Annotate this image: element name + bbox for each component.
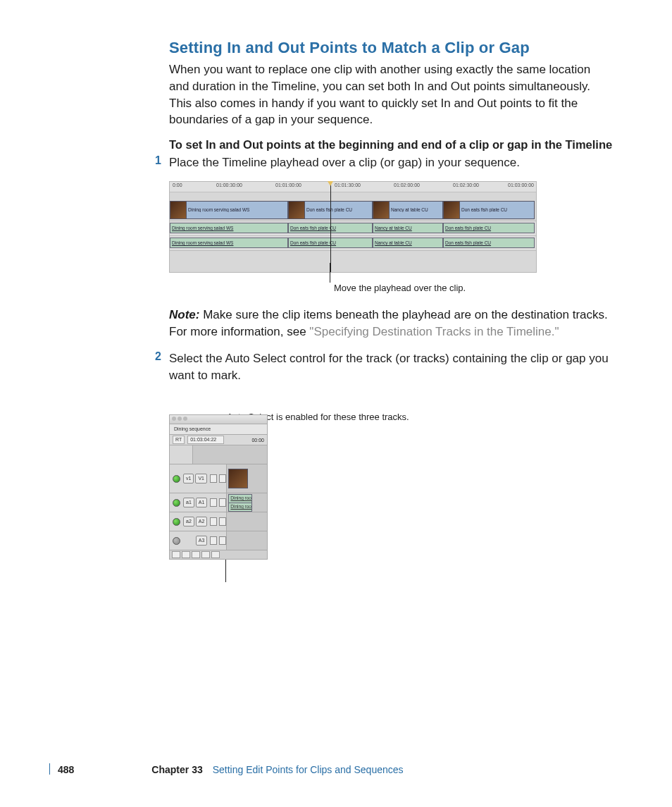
step-1: 1 Place the Timeline playhead over a cli… — [169, 154, 613, 171]
audio-track: Dining room serving salad WS Don eats fi… — [170, 236, 536, 251]
track-row-v1: v1 V1 — [170, 464, 267, 493]
clip-label: Nancy at table CU — [390, 207, 428, 212]
ruler-tick: 0:00 — [173, 183, 182, 187]
chapter-label: Chapter 33 — [151, 764, 202, 775]
step-number: 2 — [155, 350, 161, 363]
cross-reference-link[interactable]: "Specifying Destination Tracks in the Ti… — [309, 325, 559, 338]
note-label: Note: — [169, 308, 199, 321]
lock-icon[interactable] — [210, 498, 217, 507]
video-clip: Don eats fish plate CU — [443, 201, 535, 219]
clip-thumbnail — [444, 202, 460, 218]
audio-clip: Dining room serving salad WS — [170, 238, 288, 248]
timeline-ruler: 0:00 01:00:30:00 01:01:00:00 01:01:30:00… — [170, 182, 536, 192]
dest-track-button[interactable]: A2 — [196, 517, 208, 526]
chapter-title: Setting Edit Points for Clips and Sequen… — [213, 764, 404, 775]
audio-clip: Dining roo — [228, 503, 252, 512]
source-track-button[interactable]: a2 — [183, 517, 194, 526]
tool-icon[interactable] — [172, 551, 180, 558]
dest-track-button[interactable]: A1 — [196, 498, 208, 507]
auto-select-toggle[interactable] — [173, 475, 180, 483]
step-text: Place the Timeline playhead over a clip … — [169, 156, 520, 169]
track-row-a2: a2 A2 — [170, 512, 267, 531]
ruler-tick: 01:01:00:00 — [275, 183, 301, 187]
section-heading: Setting In and Out Points to Match a Cli… — [169, 39, 613, 57]
page-footer: 488 Chapter 33 Setting Edit Points for C… — [58, 764, 404, 775]
video-clip: Nancy at table CU — [373, 201, 443, 219]
track-row-a3: a3 A3 — [170, 531, 267, 550]
clip-thumbnail — [170, 202, 187, 218]
auto-select-toggle[interactable] — [173, 518, 180, 526]
playhead — [330, 182, 331, 272]
timeline-toolbar — [170, 550, 267, 559]
audio-clip: Don eats fish plate CU — [443, 238, 535, 248]
audio-clip: Dining room serving salad WS — [170, 223, 288, 233]
auto-select-toggle[interactable] — [173, 537, 180, 545]
clip-label: Don eats fish plate CU — [460, 207, 507, 212]
tool-icon[interactable] — [211, 551, 220, 558]
tool-icon[interactable] — [201, 551, 210, 558]
intro-paragraph: When you want to replace one clip with a… — [169, 61, 613, 128]
rt-indicator: RT — [173, 436, 185, 444]
track-panel-figure: Auto Select is enabled for these three t… — [169, 414, 613, 560]
source-track-button[interactable]: v1 — [183, 474, 194, 483]
audio-clip: Nancy at table CU — [373, 238, 443, 248]
note-paragraph: Note: Make sure the clip items beneath t… — [169, 307, 613, 340]
ruler-tick: 01:02:00:00 — [394, 183, 420, 187]
track-lock-icons — [210, 498, 226, 507]
track-lock-icons — [210, 517, 226, 526]
lock-icon[interactable] — [210, 517, 217, 526]
clip-label: Don eats fish plate CU — [305, 207, 352, 212]
clip-thumbnail — [289, 202, 305, 218]
clip-thumbnail — [373, 202, 390, 218]
page-number: 488 — [58, 764, 74, 775]
lock-icon[interactable] — [210, 536, 217, 545]
track-lock-icons — [210, 536, 226, 545]
step-2: 2 Select the Auto Select control for the… — [169, 350, 613, 384]
toggle-icon[interactable] — [219, 517, 226, 526]
audio-track: Dining room serving salad WS Don eats fi… — [170, 221, 536, 236]
lock-icon[interactable] — [210, 474, 217, 483]
track-row: v — [170, 445, 267, 464]
empty-track-area — [170, 251, 536, 272]
sequence-tab: Dining sequence — [170, 424, 267, 435]
toggle-icon[interactable] — [219, 474, 226, 483]
toggle-icon[interactable] — [219, 498, 226, 507]
step-text: Select the Auto Select control for the t… — [169, 352, 609, 382]
audio-clip: Nancy at table CU — [373, 223, 443, 233]
timeline-figure: 0:00 01:00:30:00 01:01:00:00 01:01:30:00… — [169, 181, 537, 273]
figure-callout: Move the playhead over the clip. — [330, 278, 613, 294]
audio-clip: Don eats fish plate CU — [443, 223, 535, 233]
dest-track-button[interactable]: A3 — [196, 536, 208, 546]
procedure-title: To set In and Out points at the beginnin… — [169, 138, 613, 152]
video-clip: Dining room serving salad WS — [170, 201, 288, 219]
tool-icon[interactable] — [182, 551, 190, 558]
timeline-info-bar: RT 01:03:04:22 00:00 — [170, 435, 267, 445]
source-track-button[interactable]: a1 — [183, 498, 194, 507]
ruler-tick: 01:02:30:00 — [453, 183, 479, 187]
callout-text: Move the playhead over the clip. — [330, 278, 475, 294]
ruler-start: 00:00 — [251, 438, 264, 443]
dest-track-button[interactable]: V1 — [195, 474, 207, 483]
auto-select-toggle[interactable] — [173, 499, 180, 507]
ruler-tick: 01:03:00:00 — [508, 183, 534, 187]
video-track: Dining room serving salad WS Don eats fi… — [170, 192, 536, 221]
track-lock-icons — [210, 474, 226, 483]
tool-icon[interactable] — [192, 551, 200, 558]
timecode-display: 01:03:04:22 — [187, 436, 224, 444]
clip-thumbnail — [228, 469, 248, 488]
ruler-tick: 01:01:30:00 — [335, 183, 361, 187]
track-row-a1: a1 A1 Dining roo Dining roo — [170, 493, 267, 512]
step-number: 1 — [155, 154, 161, 167]
ruler-tick: 01:00:30:00 — [216, 183, 242, 187]
window-titlebar — [170, 415, 267, 424]
toggle-icon[interactable] — [219, 536, 226, 545]
clip-label: Dining room serving salad WS — [187, 207, 249, 212]
window-controls — [172, 417, 187, 421]
